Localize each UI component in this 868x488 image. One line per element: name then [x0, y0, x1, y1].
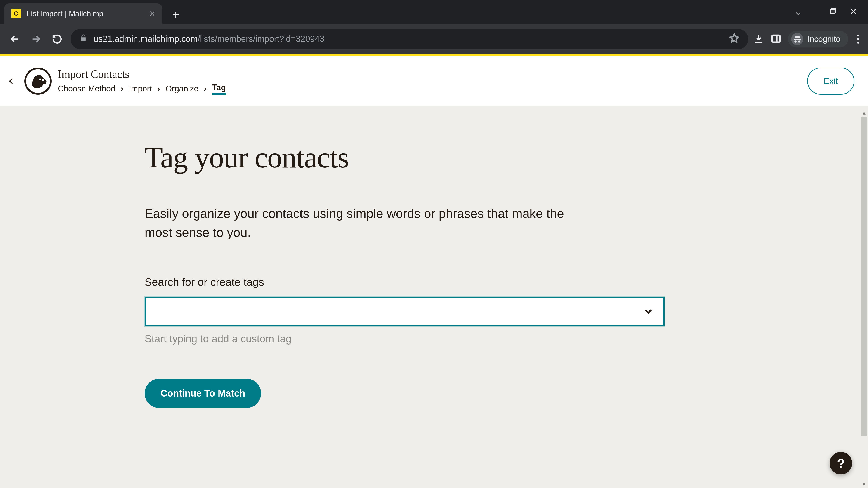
incognito-chip[interactable]: Incognito — [788, 31, 848, 47]
help-fab[interactable]: ? — [830, 452, 852, 475]
scrollbar-track[interactable] — [860, 117, 868, 480]
scroll-down-icon[interactable]: ▾ — [860, 480, 868, 488]
address-bar[interactable]: us21.admin.mailchimp.com/lists/members/i… — [70, 29, 748, 49]
lock-icon — [80, 34, 87, 44]
chevron-right-icon — [120, 84, 124, 94]
tags-combobox[interactable] — [145, 297, 664, 326]
wizard-header-text: Import Contacts Choose Method Import Org… — [58, 68, 226, 95]
wizard-back-icon[interactable] — [4, 68, 18, 95]
continue-button[interactable]: Continue To Match — [145, 379, 261, 408]
wizard-header: Import Contacts Choose Method Import Org… — [0, 57, 868, 106]
incognito-icon — [791, 33, 803, 45]
browser-tab[interactable]: C List Import | Mailchimp × — [4, 3, 162, 24]
breadcrumb-step-choose-method[interactable]: Choose Method — [58, 84, 115, 94]
nav-forward-icon[interactable] — [28, 31, 44, 47]
browser-toolbar: us21.admin.mailchimp.com/lists/members/i… — [0, 24, 868, 54]
window-controls: ⌄ × — [794, 0, 868, 23]
svg-point-7 — [42, 79, 44, 81]
browser-chrome: C List Import | Mailchimp × + ⌄ × — [0, 0, 868, 54]
chevron-right-icon — [203, 84, 208, 94]
url-text: us21.admin.mailchimp.com/lists/members/i… — [94, 34, 324, 44]
vertical-scrollbar[interactable]: ▴ ▾ — [860, 108, 868, 488]
wizard-title: Import Contacts — [58, 68, 226, 80]
page-subtitle: Easily organize your contacts using simp… — [145, 204, 579, 242]
tab-strip: C List Import | Mailchimp × + ⌄ × — [0, 0, 868, 24]
nav-reload-icon[interactable] — [49, 31, 65, 47]
window-maximize-icon[interactable] — [830, 6, 837, 17]
chevron-right-icon — [156, 84, 161, 94]
svg-rect-2 — [831, 9, 835, 13]
tags-field-label: Search for or create tags — [145, 276, 579, 288]
downloads-icon[interactable] — [754, 33, 764, 45]
scrollbar-thumb[interactable] — [861, 117, 867, 436]
breadcrumb-step-tag: Tag — [212, 83, 226, 95]
tab-search-icon[interactable]: ⌄ — [794, 5, 803, 18]
toolbar-right: Incognito — [754, 31, 861, 47]
tags-hint: Start typing to add a custom tag — [145, 332, 579, 345]
breadcrumb-step-organize[interactable]: Organize — [165, 84, 198, 94]
svg-point-6 — [39, 78, 41, 80]
tab-title: List Import | Mailchimp — [27, 9, 103, 18]
breadcrumb-step-import[interactable]: Import — [129, 84, 152, 94]
close-tab-icon[interactable]: × — [149, 8, 155, 19]
mailchimp-favicon-icon: C — [11, 9, 21, 18]
url-host: us21.admin.mailchimp.com — [94, 34, 197, 43]
chevron-down-icon[interactable] — [643, 306, 653, 317]
breadcrumb: Choose Method Import Organize Tag — [58, 83, 226, 95]
tags-input[interactable] — [156, 306, 643, 317]
bookmark-star-icon[interactable] — [729, 33, 739, 45]
exit-button[interactable]: Exit — [807, 68, 855, 95]
scroll-up-icon[interactable]: ▴ — [860, 108, 868, 117]
window-close-icon[interactable]: × — [850, 5, 857, 18]
browser-menu-icon[interactable] — [855, 35, 861, 43]
incognito-label: Incognito — [807, 34, 840, 44]
url-path: /lists/members/import?id=320943 — [197, 34, 324, 43]
page-title: Tag your contacts — [145, 140, 579, 175]
content-area: Tag your contacts Easily organize your c… — [0, 108, 860, 488]
svg-rect-3 — [772, 35, 780, 42]
mailchimp-logo-icon[interactable] — [24, 68, 52, 95]
nav-back-icon[interactable] — [7, 31, 23, 47]
side-panel-icon[interactable] — [771, 33, 781, 45]
app-page: Import Contacts Choose Method Import Org… — [0, 54, 868, 488]
new-tab-button[interactable]: + — [167, 6, 185, 24]
